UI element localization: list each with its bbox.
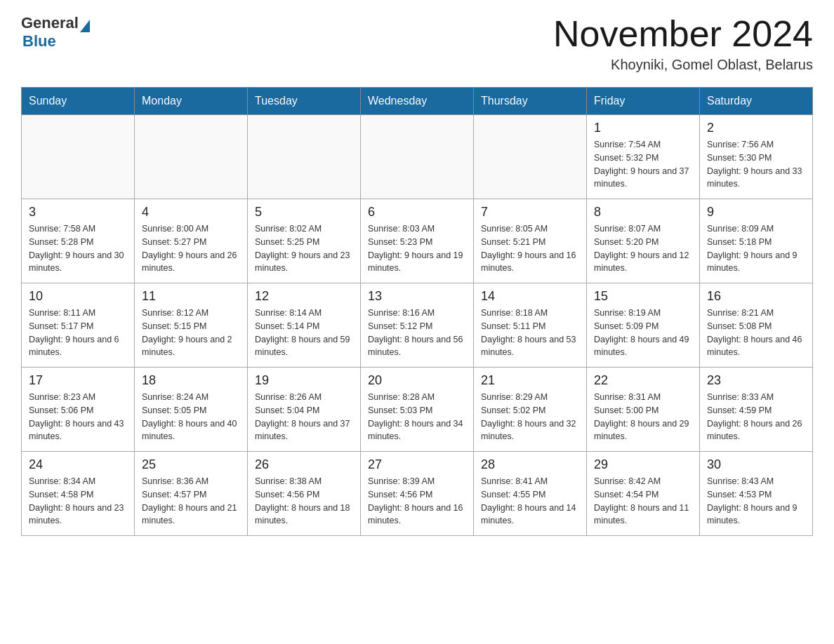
sun-info: Sunrise: 8:31 AMSunset: 5:00 PMDaylight:… bbox=[594, 391, 692, 443]
day-number: 20 bbox=[368, 373, 466, 388]
day-number: 2 bbox=[707, 121, 805, 135]
weekday-header-sunday: Sunday bbox=[22, 88, 135, 115]
sun-info: Sunrise: 8:00 AMSunset: 5:27 PMDaylight:… bbox=[142, 222, 240, 275]
day-number: 16 bbox=[707, 289, 805, 304]
calendar-cell: 17Sunrise: 8:23 AMSunset: 5:06 PMDayligh… bbox=[22, 368, 135, 452]
day-number: 27 bbox=[368, 457, 466, 472]
day-number: 17 bbox=[29, 373, 127, 388]
sun-info: Sunrise: 8:14 AMSunset: 5:14 PMDaylight:… bbox=[255, 307, 353, 359]
calendar-cell: 8Sunrise: 8:07 AMSunset: 5:20 PMDaylight… bbox=[587, 199, 700, 283]
day-number: 6 bbox=[368, 205, 466, 220]
calendar-cell: 12Sunrise: 8:14 AMSunset: 5:14 PMDayligh… bbox=[248, 283, 361, 368]
sun-info: Sunrise: 8:12 AMSunset: 5:15 PMDaylight:… bbox=[142, 307, 240, 359]
sun-info: Sunrise: 8:11 AMSunset: 5:17 PMDaylight:… bbox=[29, 307, 127, 359]
calendar-cell: 1Sunrise: 7:54 AMSunset: 5:32 PMDaylight… bbox=[587, 115, 700, 199]
calendar-cell: 3Sunrise: 7:58 AMSunset: 5:28 PMDaylight… bbox=[22, 199, 135, 283]
calendar-table: SundayMondayTuesdayWednesdayThursdayFrid… bbox=[21, 87, 813, 536]
calendar-cell: 4Sunrise: 8:00 AMSunset: 5:27 PMDaylight… bbox=[135, 199, 248, 283]
sun-info: Sunrise: 8:07 AMSunset: 5:20 PMDaylight:… bbox=[594, 222, 692, 275]
weekday-header-tuesday: Tuesday bbox=[248, 88, 361, 115]
sun-info: Sunrise: 8:03 AMSunset: 5:23 PMDaylight:… bbox=[368, 222, 466, 275]
sun-info: Sunrise: 8:24 AMSunset: 5:05 PMDaylight:… bbox=[142, 391, 240, 443]
sun-info: Sunrise: 8:41 AMSunset: 4:55 PMDaylight:… bbox=[481, 475, 579, 528]
sun-info: Sunrise: 8:02 AMSunset: 5:25 PMDaylight:… bbox=[255, 222, 353, 275]
sun-info: Sunrise: 8:05 AMSunset: 5:21 PMDaylight:… bbox=[481, 222, 579, 275]
calendar-week-row: 3Sunrise: 7:58 AMSunset: 5:28 PMDaylight… bbox=[22, 199, 813, 283]
day-number: 13 bbox=[368, 289, 466, 304]
sun-info: Sunrise: 7:58 AMSunset: 5:28 PMDaylight:… bbox=[29, 222, 127, 275]
calendar-cell: 24Sunrise: 8:34 AMSunset: 4:58 PMDayligh… bbox=[22, 452, 135, 536]
calendar-cell: 2Sunrise: 7:56 AMSunset: 5:30 PMDaylight… bbox=[700, 115, 813, 199]
calendar-week-row: 1Sunrise: 7:54 AMSunset: 5:32 PMDaylight… bbox=[22, 115, 813, 199]
title-area: November 2024 Khoyniki, Gomel Oblast, Be… bbox=[553, 14, 813, 73]
calendar-cell: 15Sunrise: 8:19 AMSunset: 5:09 PMDayligh… bbox=[587, 283, 700, 368]
calendar-cell: 14Sunrise: 8:18 AMSunset: 5:11 PMDayligh… bbox=[474, 283, 587, 368]
day-number: 15 bbox=[594, 289, 692, 304]
logo-blue-text: Blue bbox=[22, 32, 90, 51]
day-number: 10 bbox=[29, 289, 127, 304]
day-number: 11 bbox=[142, 289, 240, 304]
calendar-cell: 11Sunrise: 8:12 AMSunset: 5:15 PMDayligh… bbox=[135, 283, 248, 368]
sun-info: Sunrise: 8:33 AMSunset: 4:59 PMDaylight:… bbox=[707, 391, 805, 443]
sun-info: Sunrise: 8:38 AMSunset: 4:56 PMDaylight:… bbox=[255, 475, 353, 528]
calendar-cell bbox=[135, 115, 248, 199]
day-number: 22 bbox=[594, 373, 692, 388]
calendar-cell bbox=[248, 115, 361, 199]
calendar-cell: 22Sunrise: 8:31 AMSunset: 5:00 PMDayligh… bbox=[587, 368, 700, 452]
day-number: 7 bbox=[481, 205, 579, 220]
day-number: 19 bbox=[255, 373, 353, 388]
calendar-cell: 9Sunrise: 8:09 AMSunset: 5:18 PMDaylight… bbox=[700, 199, 813, 283]
calendar-cell: 30Sunrise: 8:43 AMSunset: 4:53 PMDayligh… bbox=[700, 452, 813, 536]
sun-info: Sunrise: 8:09 AMSunset: 5:18 PMDaylight:… bbox=[707, 222, 805, 275]
sun-info: Sunrise: 8:23 AMSunset: 5:06 PMDaylight:… bbox=[29, 391, 127, 443]
sun-info: Sunrise: 8:42 AMSunset: 4:54 PMDaylight:… bbox=[594, 475, 692, 528]
sun-info: Sunrise: 8:43 AMSunset: 4:53 PMDaylight:… bbox=[707, 475, 805, 528]
sun-info: Sunrise: 8:18 AMSunset: 5:11 PMDaylight:… bbox=[481, 307, 579, 359]
day-number: 1 bbox=[594, 121, 692, 135]
calendar-cell: 26Sunrise: 8:38 AMSunset: 4:56 PMDayligh… bbox=[248, 452, 361, 536]
logo: General Blue bbox=[21, 14, 90, 51]
calendar-cell: 25Sunrise: 8:36 AMSunset: 4:57 PMDayligh… bbox=[135, 452, 248, 536]
location-title: Khoyniki, Gomel Oblast, Belarus bbox=[553, 57, 813, 73]
sun-info: Sunrise: 8:39 AMSunset: 4:56 PMDaylight:… bbox=[368, 475, 466, 528]
sun-info: Sunrise: 8:26 AMSunset: 5:04 PMDaylight:… bbox=[255, 391, 353, 443]
weekday-header-wednesday: Wednesday bbox=[361, 88, 474, 115]
weekday-header-monday: Monday bbox=[135, 88, 248, 115]
logo-general-text: General bbox=[21, 14, 79, 32]
sun-info: Sunrise: 8:21 AMSunset: 5:08 PMDaylight:… bbox=[707, 307, 805, 359]
day-number: 23 bbox=[707, 373, 805, 388]
calendar-cell: 20Sunrise: 8:28 AMSunset: 5:03 PMDayligh… bbox=[361, 368, 474, 452]
calendar-week-row: 17Sunrise: 8:23 AMSunset: 5:06 PMDayligh… bbox=[22, 368, 813, 452]
sun-info: Sunrise: 8:34 AMSunset: 4:58 PMDaylight:… bbox=[29, 475, 127, 528]
weekday-header-friday: Friday bbox=[587, 88, 700, 115]
sun-info: Sunrise: 7:54 AMSunset: 5:32 PMDaylight:… bbox=[594, 138, 692, 191]
day-number: 9 bbox=[707, 205, 805, 220]
calendar-cell: 7Sunrise: 8:05 AMSunset: 5:21 PMDaylight… bbox=[474, 199, 587, 283]
day-number: 28 bbox=[481, 457, 579, 472]
calendar-cell: 10Sunrise: 8:11 AMSunset: 5:17 PMDayligh… bbox=[22, 283, 135, 368]
calendar-cell bbox=[361, 115, 474, 199]
day-number: 14 bbox=[481, 289, 579, 304]
page-header: General Blue November 2024 Khoyniki, Gom… bbox=[21, 14, 813, 73]
weekday-header-thursday: Thursday bbox=[474, 88, 587, 115]
calendar-cell: 6Sunrise: 8:03 AMSunset: 5:23 PMDaylight… bbox=[361, 199, 474, 283]
day-number: 26 bbox=[255, 457, 353, 472]
day-number: 21 bbox=[481, 373, 579, 388]
calendar-cell: 21Sunrise: 8:29 AMSunset: 5:02 PMDayligh… bbox=[474, 368, 587, 452]
sun-info: Sunrise: 8:36 AMSunset: 4:57 PMDaylight:… bbox=[142, 475, 240, 528]
calendar-cell: 19Sunrise: 8:26 AMSunset: 5:04 PMDayligh… bbox=[248, 368, 361, 452]
weekday-header-saturday: Saturday bbox=[700, 88, 813, 115]
day-number: 12 bbox=[255, 289, 353, 304]
sun-info: Sunrise: 8:19 AMSunset: 5:09 PMDaylight:… bbox=[594, 307, 692, 359]
calendar-cell: 16Sunrise: 8:21 AMSunset: 5:08 PMDayligh… bbox=[700, 283, 813, 368]
day-number: 30 bbox=[707, 457, 805, 472]
sun-info: Sunrise: 8:29 AMSunset: 5:02 PMDaylight:… bbox=[481, 391, 579, 443]
calendar-cell: 13Sunrise: 8:16 AMSunset: 5:12 PMDayligh… bbox=[361, 283, 474, 368]
calendar-cell: 27Sunrise: 8:39 AMSunset: 4:56 PMDayligh… bbox=[361, 452, 474, 536]
day-number: 4 bbox=[142, 205, 240, 220]
calendar-cell: 29Sunrise: 8:42 AMSunset: 4:54 PMDayligh… bbox=[587, 452, 700, 536]
month-title: November 2024 bbox=[553, 14, 813, 54]
calendar-cell: 23Sunrise: 8:33 AMSunset: 4:59 PMDayligh… bbox=[700, 368, 813, 452]
calendar-week-row: 10Sunrise: 8:11 AMSunset: 5:17 PMDayligh… bbox=[22, 283, 813, 368]
calendar-header-row: SundayMondayTuesdayWednesdayThursdayFrid… bbox=[22, 88, 813, 115]
